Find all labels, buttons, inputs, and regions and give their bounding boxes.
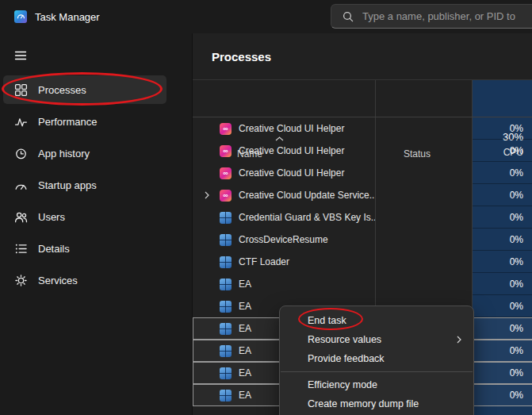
page-title: Processes [212,50,271,63]
process-name: EA [239,367,251,378]
sidebar-item-app-history[interactable]: App history [3,139,166,167]
process-status [375,140,473,162]
sidebar-item-performance[interactable]: Performance [3,107,166,136]
process-name: Creative Cloud UI Helper [239,123,344,134]
details-icon [14,242,28,256]
process-name: Creative Cloud Update Service... [239,190,375,201]
process-status [375,229,473,251]
process-status [375,162,473,184]
search-icon [342,10,354,23]
sidebar-item-label: App history [38,148,90,159]
process-row[interactable]: CTF Loader 0% [193,251,532,273]
process-row[interactable]: EA 0% [193,273,532,295]
process-row[interactable]: Creative Cloud UI Helper 0% [193,162,532,184]
table-header: Name Status 30% CPU [193,79,532,117]
sidebar-item-processes[interactable]: Processes [3,75,166,104]
menu-item-provide-feedback[interactable]: Provide feedback [280,349,473,368]
process-name: Creative Cloud UI Helper [239,145,344,156]
app-window-icon [220,256,232,268]
task-manager-app-icon [14,10,27,23]
users-icon [14,210,28,224]
app-window-icon [220,301,232,313]
task-manager-window: { "titlebar": { "title": "Task Manager",… [0,0,532,415]
process-name: CTF Loader [239,256,289,267]
app-history-icon [14,147,28,160]
menu-item-resource-values[interactable]: Resource values [280,330,473,349]
expand-chevron-icon[interactable] [205,191,220,199]
app-window-icon [220,390,232,402]
creative-cloud-icon [220,145,232,157]
process-cpu: 0% [473,206,532,229]
hamburger-icon [14,49,27,62]
process-name: Creative Cloud UI Helper [239,167,344,179]
process-cpu: 0% [473,251,532,273]
process-cpu: 0% [473,384,532,406]
process-row[interactable]: Creative Cloud UI Helper 0% [193,140,532,162]
process-cpu: 0% [473,140,532,162]
app-title: Task Manager [35,0,100,33]
process-name: EA [239,323,251,334]
submenu-chevron-icon [457,336,461,344]
app-window-icon [220,279,232,290]
sidebar-item-label: Performance [38,116,97,128]
menu-item-end-task[interactable]: End task [280,311,473,330]
app-window-icon [220,345,232,357]
sidebar-item-details[interactable]: Details [3,234,166,263]
process-name: Credential Guard & VBS Key Is... [239,212,375,223]
sidebar-item-label: Details [38,243,70,255]
search-box[interactable] [331,4,532,29]
titlebar: Task Manager [0,0,532,33]
sidebar-item-startup-apps[interactable]: Startup apps [3,171,166,199]
process-cpu: 0% [473,273,532,295]
process-cpu: 0% [473,295,532,317]
sidebar-item-label: Processes [38,84,86,96]
process-status [375,273,473,295]
process-status [375,206,473,229]
menu-item-efficiency-mode[interactable]: Efficiency mode [280,375,473,394]
creative-cloud-icon [220,190,232,202]
app-window-icon [220,323,232,335]
startup-apps-icon [14,179,28,192]
process-cpu: 0% [473,117,532,140]
process-name: EA [239,390,251,401]
process-cpu: 0% [473,229,532,251]
search-input[interactable] [362,10,532,22]
creative-cloud-icon [220,167,232,179]
process-cpu: 0% [473,362,532,384]
process-row[interactable]: Creative Cloud UI Helper 0% [193,117,532,140]
services-icon [14,274,28,287]
sidebar-item-users[interactable]: Users [3,202,166,231]
menu-item-create-memory-dump[interactable]: Create memory dump file [280,394,473,413]
process-status [375,251,473,273]
process-name: EA [239,279,251,290]
app-window-icon [220,367,232,379]
sidebar: Processes Performance App history Startu… [3,75,166,298]
process-name: EA [239,301,251,312]
process-row[interactable]: CrossDeviceResume 0% [193,229,532,251]
process-cpu: 0% [473,340,532,362]
process-cpu: 0% [473,184,532,206]
context-menu: End task Resource values Provide feedbac… [279,305,474,415]
sidebar-item-label: Services [38,275,78,286]
process-name: EA [239,345,251,356]
sidebar-item-label: Users [38,211,65,223]
process-row[interactable]: Credential Guard & VBS Key Is... 0% [193,206,532,229]
sidebar-item-services[interactable]: Services [3,266,166,294]
process-cpu: 0% [473,317,532,340]
process-name: CrossDeviceResume [239,234,328,245]
process-row[interactable]: Creative Cloud Update Service... 0% [193,184,532,206]
process-status [375,117,473,140]
performance-icon [14,115,28,129]
processes-icon [14,83,28,97]
process-status [375,184,473,206]
sidebar-item-label: Startup apps [38,179,97,191]
creative-cloud-icon [220,123,232,135]
app-window-icon [220,234,232,246]
app-window-icon [220,212,232,224]
navigation-menu-button[interactable] [10,45,32,66]
process-cpu: 0% [473,162,532,184]
menu-divider [281,371,473,372]
